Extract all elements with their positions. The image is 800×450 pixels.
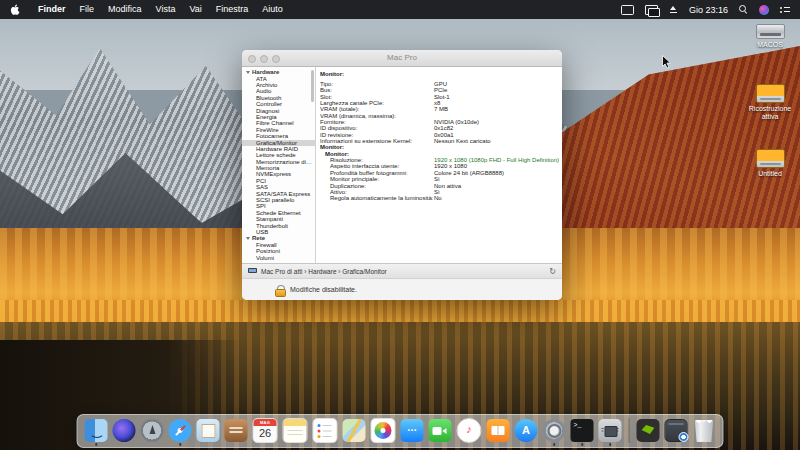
finder-icon <box>85 419 108 442</box>
dock-finder[interactable] <box>85 419 108 442</box>
launchpad-icon <box>141 419 164 442</box>
apple-icon <box>10 3 21 16</box>
app-store-icon: A <box>515 419 538 442</box>
dock-launchpad[interactable] <box>141 419 164 442</box>
dock-messages[interactable]: … <box>401 419 424 442</box>
apple-menu[interactable] <box>10 3 21 16</box>
maps-icon <box>343 419 366 442</box>
system-preferences-icon <box>543 419 566 442</box>
messages-icon: … <box>401 419 424 442</box>
info-row: Regola automaticamente la luminosità: No <box>320 195 562 201</box>
facetime-icon <box>429 419 452 442</box>
menu-item[interactable]: Finestra <box>209 0 256 19</box>
siri-icon[interactable] <box>759 5 769 15</box>
desktop-icon-ricostruzione[interactable]: Ricostruzione attiva <box>742 84 798 120</box>
sidebar-section-hardware[interactable]: Hardware <box>242 69 315 76</box>
minimize-button[interactable] <box>260 55 268 63</box>
dock-document[interactable] <box>665 419 688 442</box>
computer-icon <box>248 268 257 275</box>
dock-ibooks[interactable] <box>487 419 510 442</box>
eject-icon[interactable] <box>669 6 678 14</box>
lock-message: Modifiche disabilitate. <box>290 286 357 293</box>
nvidia-icon <box>637 419 660 442</box>
photos-icon <box>371 418 396 443</box>
dock-maps[interactable] <box>343 419 366 442</box>
menu-item[interactable]: Vai <box>182 0 208 19</box>
dock-safari[interactable] <box>169 419 192 442</box>
dock-appstore[interactable]: A <box>515 419 538 442</box>
dock-notes[interactable] <box>283 418 308 443</box>
menu-item[interactable]: Aiuto <box>255 0 290 19</box>
spotlight-search-icon[interactable] <box>739 5 748 14</box>
drive-label: Ricostruzione attiva <box>743 105 797 120</box>
ibooks-icon <box>487 419 510 442</box>
content-header: Monitor: <box>320 71 562 77</box>
dock-photos[interactable] <box>371 418 396 443</box>
mouse-cursor <box>662 55 672 73</box>
document-icon <box>665 419 688 442</box>
dock-facetime[interactable] <box>429 419 452 442</box>
menu-item[interactable]: Modifica <box>101 0 149 19</box>
dock-itunes[interactable]: ♪ <box>457 418 482 443</box>
drive-label: Untitled <box>758 170 782 178</box>
dock-siri[interactable] <box>113 419 136 442</box>
menu-bar-clock[interactable]: Gio 23:16 <box>689 5 728 15</box>
menu-item[interactable]: Finder <box>31 0 73 19</box>
menu-item[interactable]: Vista <box>149 0 183 19</box>
window-titlebar[interactable]: Mac Pro <box>242 50 562 67</box>
dock-system-information[interactable] <box>599 419 622 442</box>
terminal-icon: >_ <box>571 419 594 442</box>
external-drive-icon <box>756 149 785 168</box>
drive-label: MACOS <box>757 41 783 49</box>
window-status-bar: Mac Pro di atti › Hardware › Grafica/Mon… <box>242 263 562 278</box>
dock-terminal[interactable]: >_ <box>571 419 594 442</box>
dock-calendar[interactable]: MAG 26 <box>253 418 278 443</box>
calendar-icon: MAG 26 <box>253 418 278 443</box>
dock-mail[interactable] <box>197 419 220 442</box>
lock-bar: Modifiche disabilitate. <box>242 278 562 300</box>
sidebar-section-network[interactable]: Rete <box>242 235 315 242</box>
sidebar-item[interactable]: Volumi <box>242 255 315 261</box>
dock-contacts[interactable] <box>225 419 248 442</box>
system-information-window: Mac Pro Hardware ATA Archivio Audio Blue… <box>242 50 562 300</box>
dock-system-preferences[interactable] <box>543 419 566 442</box>
safari-icon <box>169 419 192 442</box>
dock-divider <box>629 418 630 443</box>
screen-mirroring-icon[interactable] <box>645 5 658 15</box>
display-status-icon[interactable] <box>621 5 634 15</box>
itunes-icon: ♪ <box>457 418 482 443</box>
zoom-button[interactable] <box>272 55 280 63</box>
siri-app-icon <box>113 419 136 442</box>
lock-icon[interactable] <box>275 285 284 295</box>
window-title: Mac Pro <box>242 50 562 66</box>
info-value: No <box>434 195 442 201</box>
desktop-icon-macos[interactable]: MACOS <box>742 24 798 49</box>
refresh-icon[interactable]: ↻ <box>549 267 556 276</box>
breadcrumb: Mac Pro di atti › Hardware › Grafica/Mon… <box>261 268 387 275</box>
reminders-icon <box>313 418 338 443</box>
mail-icon <box>197 419 220 442</box>
trash-icon <box>693 419 716 442</box>
dock-trash[interactable] <box>693 419 716 442</box>
desktop-screen: Finder File Modifica Vista Vai Finestra … <box>0 0 800 450</box>
disclosure-triangle-icon <box>246 237 250 240</box>
info-label: Regola automaticamente la luminosità: <box>330 195 433 201</box>
dock-nvidia[interactable] <box>637 419 660 442</box>
sidebar: Hardware ATA Archivio Audio Bluetooth Co… <box>242 67 316 263</box>
calendar-day: 26 <box>254 425 277 442</box>
notification-center-icon[interactable] <box>780 6 790 14</box>
contacts-icon <box>225 419 248 442</box>
dock: MAG 26 … ♪ A >_ <box>77 414 724 448</box>
menu-item[interactable]: File <box>73 0 102 19</box>
menu-bar: Finder File Modifica Vista Vai Finestra … <box>0 0 800 19</box>
system-information-icon <box>599 419 622 442</box>
close-button[interactable] <box>248 55 256 63</box>
info-content: Monitor: Tipo: GPU Bus: PCIe Slot: Slot-… <box>316 67 562 263</box>
dock-reminders[interactable] <box>313 418 338 443</box>
external-drive-icon <box>756 84 785 103</box>
desktop-icon-untitled[interactable]: Untitled <box>742 149 798 178</box>
disclosure-triangle-icon <box>246 71 250 74</box>
notes-icon <box>283 418 308 443</box>
traffic-lights <box>248 55 280 63</box>
sidebar-scrollbar[interactable] <box>311 70 314 102</box>
